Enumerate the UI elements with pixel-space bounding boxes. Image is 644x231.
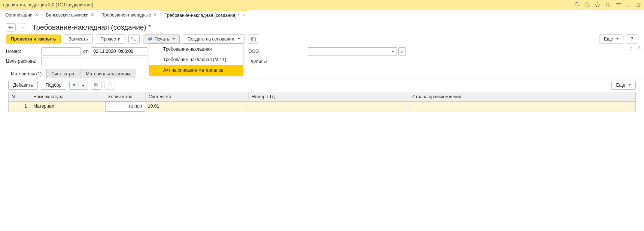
paste-button[interactable] [104, 81, 115, 90]
post-button[interactable]: Провести [96, 34, 125, 44]
select-org-button[interactable]: ▾ [389, 47, 397, 56]
nav-forward-button[interactable] [17, 23, 27, 32]
search-icon[interactable] [605, 2, 611, 8]
col-nomenclature[interactable]: Номенклатура [30, 92, 105, 101]
pick-button[interactable]: Подбор [41, 81, 66, 90]
tab-label: Организации [5, 12, 33, 18]
col-account[interactable]: Счет учета [146, 92, 249, 101]
help-button[interactable]: ? [626, 34, 638, 44]
page-header: Требование-накладная (создание) * [0, 20, 644, 33]
add-row-button[interactable]: Добавить [8, 81, 38, 90]
move-buttons [69, 81, 88, 90]
org-input[interactable] [308, 47, 389, 56]
cell-nomenclature[interactable]: Материал [30, 102, 105, 111]
cell-quantity[interactable]: 10,000 [105, 101, 145, 112]
print-button[interactable]: Печать [143, 34, 180, 44]
date-input[interactable] [91, 47, 147, 56]
tab-requisition-create[interactable]: Требование-накладная (создание) * ✕ [161, 10, 249, 20]
col-quantity[interactable]: Количество [105, 92, 146, 101]
subtab-materials[interactable]: Материалы (1) [6, 69, 46, 78]
number-label: Номер: [6, 49, 39, 54]
print-label: Печать [155, 36, 169, 42]
svg-rect-2 [637, 4, 640, 6]
minimize-icon[interactable] [626, 2, 631, 8]
cell-account[interactable]: 10.01 [145, 102, 248, 111]
col-scroll-gutter [626, 92, 635, 101]
tab-requisitions[interactable]: Требования-накладные ✕ [98, 10, 161, 20]
create-based-on-button[interactable]: Создать на основании [183, 34, 245, 44]
post-and-close-button[interactable]: Провести и закрыть [6, 34, 61, 44]
print-item-writeoff-act[interactable]: Акт на списание материалов [149, 65, 243, 75]
move-up-button[interactable] [70, 81, 79, 89]
purpose-label: Цель расхода: [6, 58, 39, 64]
history-icon[interactable] [584, 2, 590, 8]
tab-bank-statements[interactable]: Банковские выписки ✕ [42, 10, 98, 20]
cell-n[interactable]: 1 [9, 102, 30, 111]
open-org-button[interactable]: ⤢ [398, 47, 406, 56]
grid-more-button[interactable]: Еще [611, 81, 636, 90]
subtab-customer-materials[interactable]: Материалы заказчика [81, 69, 136, 78]
cell-gtd[interactable] [248, 102, 408, 111]
tab-label: Требование-накладная (создание) * [165, 13, 240, 18]
tab-organizations[interactable]: Организации ✕ [1, 10, 42, 20]
write-button[interactable]: Записать [64, 34, 92, 44]
star-icon[interactable] [595, 2, 601, 8]
form-row-number: Номер: от: ООО ▾ ⤢ [0, 46, 644, 56]
nav-back-button[interactable] [6, 23, 16, 32]
titlebar-actions [574, 2, 641, 8]
document-tab-bar: Организации ✕ Банковские выписки ✕ Требо… [0, 10, 644, 20]
date-label: от: [83, 49, 89, 54]
page-title: Требование-накладная (создание) * [32, 23, 151, 32]
svg-text:Дт: Дт [131, 37, 134, 39]
detail-tabs: Материалы (1) Счет затрат Материалы зака… [0, 68, 644, 78]
print-item-m11[interactable]: Требование-накладная (М-11) [149, 54, 243, 65]
col-country[interactable]: Страна происхождения [409, 92, 626, 101]
col-n[interactable]: N [9, 92, 30, 101]
dt-kt-button[interactable]: ДтКт [128, 34, 140, 44]
svg-rect-9 [252, 38, 255, 41]
bell-icon[interactable] [574, 2, 580, 8]
form-toolbar: Провести и закрыть Записать Провести ДтК… [0, 33, 644, 46]
window-title: едприятия, редакция 3.0 (1С:Предприятие) [3, 2, 93, 8]
materials-grid: N Номенклатура Количество Счет учета Ном… [8, 92, 636, 112]
cell-country[interactable] [408, 102, 626, 111]
menu-lines-icon[interactable] [616, 2, 622, 8]
restore-icon[interactable] [636, 2, 641, 8]
close-icon[interactable]: ✕ [154, 12, 157, 17]
more-button[interactable]: Еще [599, 34, 623, 44]
number-input[interactable] [41, 47, 81, 56]
form-row-purpose: Цель расхода: ериалы" [0, 56, 644, 66]
title-bar: едприятия, редакция 3.0 (1С:Предприятие) [0, 0, 644, 10]
table-row[interactable]: 1 Материал 10,000 10.01 [9, 102, 635, 112]
close-icon[interactable]: ✕ [91, 12, 94, 17]
close-icon[interactable]: ✕ [35, 12, 38, 17]
close-icon[interactable]: ✕ [242, 13, 245, 18]
print-item-requisition[interactable]: Требование-накладная [149, 44, 243, 54]
move-down-button[interactable] [79, 81, 88, 89]
col-gtd[interactable]: Номер ГТД [249, 92, 409, 101]
tab-label: Требования-накладные [102, 12, 151, 18]
print-dropdown-menu: Требование-накладная Требование-накладна… [149, 44, 243, 76]
subtab-costs[interactable]: Счет затрат [46, 69, 81, 78]
org-field-partial: ООО [248, 49, 259, 54]
purpose-input[interactable] [41, 57, 150, 65]
tab-label: Банковские выписки [46, 12, 89, 18]
attach-button[interactable] [248, 34, 259, 44]
printer-icon [148, 37, 153, 41]
cell-gutter [626, 102, 635, 111]
grid-header: N Номенклатура Количество Счет учета Ном… [9, 92, 635, 102]
svg-point-1 [606, 3, 609, 6]
hidden-text-partial: ериалы" [251, 58, 268, 64]
grid-toolbar: Добавить Подбор Еще [0, 78, 644, 92]
svg-text:Кт: Кт [134, 39, 136, 41]
copy-button[interactable] [91, 81, 101, 90]
